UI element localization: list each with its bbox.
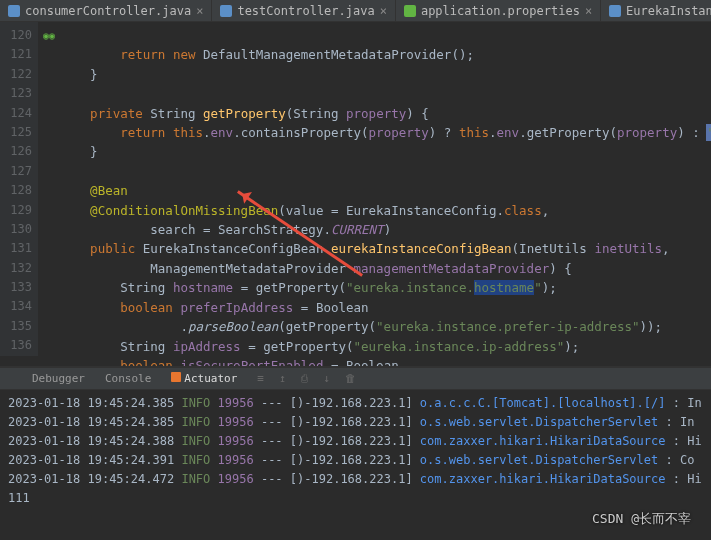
- bean-gutter-icon: ◉◉: [38, 26, 60, 45]
- editor-tabs: consumerController.java× testController.…: [0, 0, 711, 22]
- run-panel: :8084 Debugger Console Actuator ≡ ↥ ⎙ ↓ …: [0, 366, 711, 500]
- soft-wrap-icon[interactable]: ≡: [257, 372, 271, 386]
- close-icon[interactable]: ×: [380, 4, 387, 18]
- scroll-to-end-icon[interactable]: ↥: [279, 372, 293, 386]
- clear-icon[interactable]: 🗑: [345, 372, 359, 386]
- java-icon: [220, 5, 232, 17]
- panel-tabs: Debugger Console Actuator ≡ ↥ ⎙ ↓ 🗑: [0, 368, 711, 390]
- log-line: 2023-01-18 19:45:24.385 INFO 19956 --- […: [8, 413, 703, 432]
- console-log[interactable]: 2023-01-18 19:45:24.385 INFO 19956 --- […: [0, 390, 711, 512]
- tab-debugger[interactable]: Debugger: [22, 372, 95, 385]
- watermark: CSDN @长而不宰: [592, 510, 691, 528]
- gutter-marks: ◉◉: [38, 22, 60, 45]
- close-icon[interactable]: ×: [585, 4, 592, 18]
- java-icon: [609, 5, 621, 17]
- tab-console[interactable]: Console: [95, 372, 161, 385]
- log-line: 2023-01-18 19:45:24.388 INFO 19956 --- […: [8, 432, 703, 451]
- close-icon[interactable]: ×: [196, 4, 203, 18]
- print-icon[interactable]: ⎙: [301, 372, 315, 386]
- code-content[interactable]: return new DefaultManagementMetadataProv…: [60, 26, 711, 366]
- java-icon: [8, 5, 20, 17]
- log-line: 111: [8, 489, 703, 508]
- tab-config-bean[interactable]: EurekaInstanceConfigBean.java×: [601, 0, 711, 21]
- actuator-icon: [171, 372, 181, 382]
- tab-test[interactable]: testController.java×: [212, 0, 396, 21]
- line-gutter: 1201211221231241251261271281291301311321…: [0, 22, 38, 356]
- panel-toolbar: ≡ ↥ ⎙ ↓ 🗑: [257, 372, 359, 386]
- log-line: 2023-01-18 19:45:24.385 INFO 19956 --- […: [8, 394, 703, 413]
- code-editor[interactable]: 1201211221231241251261271281291301311321…: [0, 22, 711, 366]
- tab-properties[interactable]: application.properties×: [396, 0, 601, 21]
- log-line: 2023-01-18 19:45:24.391 INFO 19956 --- […: [8, 451, 703, 470]
- download-icon[interactable]: ↓: [323, 372, 337, 386]
- tab-consumer[interactable]: consumerController.java×: [0, 0, 212, 21]
- log-line: 2023-01-18 19:45:24.472 INFO 19956 --- […: [8, 470, 703, 489]
- tab-actuator[interactable]: Actuator: [161, 372, 247, 385]
- properties-icon: [404, 5, 416, 17]
